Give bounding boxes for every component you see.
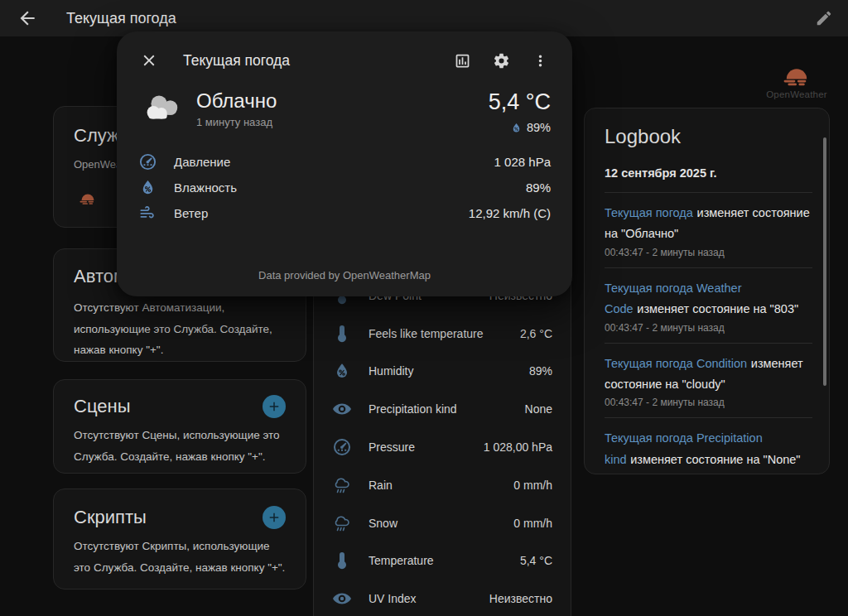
entity-name: Feels like temperature	[369, 327, 484, 340]
weather-summary: Облачно 1 минуту назад 5,4 °C 89%	[117, 89, 572, 134]
entities-list: Dew Point Неизвестно Feels like temperat…	[314, 277, 571, 616]
logbook-timestamp: 00:43:47 - 2 минуты назад	[605, 322, 812, 334]
dialog-title: Текущая погода	[183, 52, 290, 70]
logbook-title: Logbook	[605, 125, 812, 148]
logbook-message: изменяет состояние на "None"	[630, 453, 800, 466]
scripts-card: Скрипты Отсутствуют Скрипты, использующи…	[53, 488, 306, 590]
edit-button[interactable]	[815, 9, 833, 27]
gauge-icon	[332, 437, 352, 457]
attribute-row-humidity: Влажность 89%	[138, 175, 551, 200]
gear-icon	[493, 52, 510, 70]
attribute-label: Давление	[174, 155, 230, 169]
thermometer-icon	[332, 324, 352, 344]
logbook-date-header: 12 сентября 2025 г.	[605, 166, 812, 193]
entity-name: Precipitation kind	[369, 402, 457, 416]
entity-row-pressure[interactable]: Pressure 1 028,00 hPa	[314, 428, 571, 466]
pencil-icon	[815, 9, 833, 27]
gauge-icon	[138, 152, 157, 171]
entity-row-temperature[interactable]: Temperature 5,4 °C	[314, 542, 571, 580]
cloudy-weather-icon	[138, 91, 183, 124]
entity-row-precipitation-kind[interactable]: Precipitation kind None	[314, 390, 571, 428]
entity-name: Humidity	[369, 364, 413, 378]
entity-state: None	[525, 402, 552, 416]
entity-state: 5,4 °C	[520, 554, 552, 567]
logbook-entity-link[interactable]: Текущая погода	[605, 206, 693, 219]
settings-button[interactable]	[493, 52, 510, 70]
water-percent-icon	[138, 178, 157, 197]
automations-card-body: Отсутствуют Автоматизации, использующие …	[74, 297, 286, 361]
entity-name: Rain	[369, 479, 393, 492]
weather-state: Облачно	[196, 89, 277, 113]
logbook-card: Logbook 12 сентября 2025 г. Текущая пого…	[584, 108, 830, 474]
arrow-left-icon	[17, 7, 38, 29]
logbook-scrollbar[interactable]	[823, 137, 826, 386]
weather-attributes: Давление 1 028 hPa Влажность 89% Ветер 1…	[117, 149, 572, 226]
temperature-value: 5,4 °C	[489, 89, 551, 115]
entity-row-rain[interactable]: Rain 0 mm/h	[314, 466, 571, 504]
entity-state: 1 028,00 hPa	[484, 440, 552, 454]
humidity-badge: 89%	[489, 121, 551, 134]
add-script-button[interactable]	[263, 506, 286, 529]
close-icon	[140, 51, 158, 70]
page-title: Текущая погода	[66, 10, 176, 27]
entity-name: Pressure	[369, 440, 415, 454]
logbook-entity-link[interactable]: Текущая погода Condition	[605, 357, 747, 370]
entity-name: UV Index	[369, 592, 417, 605]
close-button[interactable]	[140, 51, 158, 70]
attribute-value: 12,92 km/h (C)	[469, 206, 551, 220]
last-changed: 1 минуту назад	[196, 116, 277, 128]
plus-icon	[267, 510, 282, 525]
dialog-header: Текущая погода	[117, 31, 572, 70]
logbook-entry: Текущая погода Weather Codeизменяет сост…	[605, 268, 812, 344]
attribute-row-pressure: Давление 1 028 hPa	[138, 149, 551, 175]
weather-pouring-icon	[332, 513, 352, 533]
add-scene-button[interactable]	[263, 395, 286, 418]
thermometer-icon	[332, 551, 352, 570]
water-percent-icon	[510, 122, 523, 134]
eye-icon	[332, 589, 352, 609]
humidity-value: 89%	[527, 121, 551, 134]
attribution-text: Data provided by OpenWeatherMap	[117, 269, 572, 282]
logbook-entry: Текущая погода Precipitation kindизменяе…	[605, 418, 812, 474]
wind-icon	[138, 204, 157, 223]
weather-pouring-icon	[332, 475, 352, 495]
scenes-card: Сцены Отсутствуют Сцены, использующие эт…	[53, 379, 306, 474]
entity-row-humidity[interactable]: Humidity 89%	[314, 353, 571, 391]
entity-row-feels-like[interactable]: Feels like temperature 2,6 °C	[314, 315, 571, 353]
entity-state: 0 mm/h	[513, 479, 552, 492]
scripts-card-body: Отсутствуют Скрипты, использующие это Сл…	[74, 536, 286, 578]
water-percent-icon	[332, 361, 352, 381]
entity-name: Temperature	[369, 554, 434, 567]
attribute-row-wind: Ветер 12,92 km/h (C)	[138, 200, 551, 226]
openweather-logo-label: OpenWeather	[764, 89, 830, 99]
logbook-timestamp: 00:43:47 - 2 минуты назад	[605, 472, 812, 474]
scripts-card-title: Скрипты	[74, 507, 147, 528]
openweather-sun-icon	[75, 192, 100, 206]
entity-state: 2,6 °C	[520, 327, 552, 340]
history-chart-button[interactable]	[454, 52, 471, 70]
entity-state: 89%	[529, 364, 552, 378]
logbook-entry: Текущая погодаизменяет состояние на "Обл…	[605, 193, 812, 268]
home-assistant-screen: Текущая погода OpenWeather Служба OpenWe…	[0, 0, 848, 616]
eye-icon	[332, 399, 352, 419]
logbook-timestamp: 00:43:47 - 2 минуты назад	[605, 397, 812, 408]
entity-row-snow[interactable]: Snow 0 mm/h	[314, 504, 571, 542]
entity-state: Неизвестно	[489, 592, 552, 605]
openweather-sun-icon	[775, 66, 818, 88]
scenes-card-body: Отсутствуют Сцены, использующие это Служ…	[74, 425, 286, 467]
entity-name: Snow	[369, 517, 398, 530]
attribute-value: 1 028 hPa	[494, 155, 551, 169]
weather-entity-dialog: Текущая погода Облачно 1 минуту н	[117, 31, 572, 296]
scenes-card-title: Сцены	[74, 396, 130, 417]
entity-row-uv-index[interactable]: UV Index Неизвестно	[314, 580, 571, 616]
logbook-timestamp: 00:43:47 - 2 минуты назад	[605, 247, 812, 258]
back-button[interactable]	[17, 7, 38, 29]
chart-box-icon	[454, 52, 471, 70]
logbook-entry: Текущая погода Conditionизменяет состоян…	[605, 344, 812, 419]
openweather-logo: OpenWeather	[764, 66, 830, 99]
overflow-menu-button[interactable]	[532, 52, 549, 70]
attribute-label: Влажность	[174, 180, 237, 195]
logbook-message: изменяет состояние на "803"	[637, 302, 798, 315]
plus-icon	[267, 399, 282, 414]
entity-state: 0 mm/h	[513, 517, 552, 530]
